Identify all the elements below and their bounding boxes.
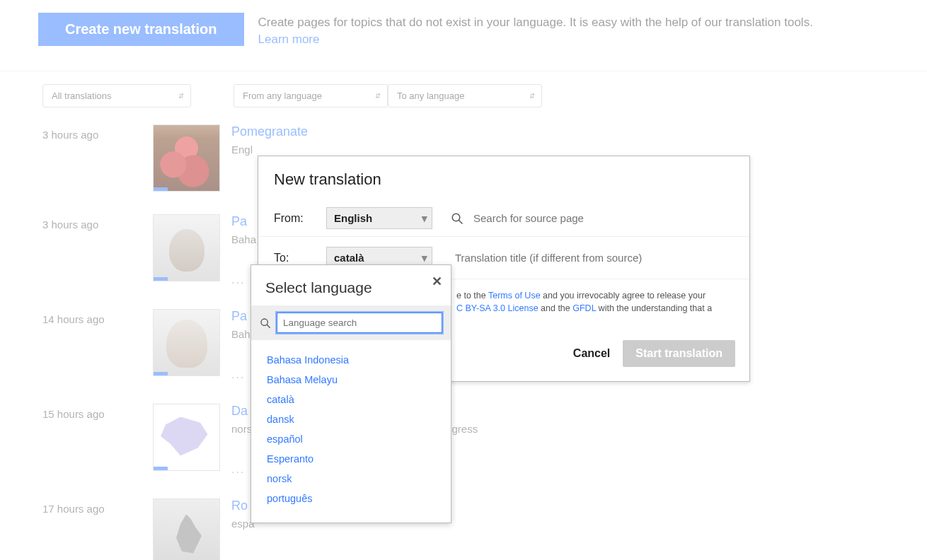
- item-time: 3 hours ago: [42, 124, 142, 192]
- cancel-button[interactable]: Cancel: [573, 347, 610, 360]
- from-language-select[interactable]: English ▾: [326, 207, 432, 229]
- status-filter[interactable]: All translations: [42, 84, 191, 107]
- create-translation-button[interactable]: Create new translation: [38, 13, 244, 46]
- svg-point-2: [261, 319, 267, 325]
- svg-point-0: [452, 214, 460, 221]
- to-lang-filter[interactable]: To any language: [388, 84, 542, 107]
- item-subtitle: Engl: [231, 144, 308, 156]
- language-option[interactable]: Bahasa Indonesia: [267, 350, 435, 370]
- item-title[interactable]: Pomegranate: [231, 124, 308, 139]
- list-item[interactable]: 15 hours ago Da norsogress ...: [42, 399, 885, 494]
- to-label: To:: [274, 252, 316, 264]
- language-option[interactable]: dansk: [267, 409, 435, 429]
- language-option[interactable]: Bahasa Melayu: [267, 370, 435, 390]
- panel-title: Select language: [265, 278, 437, 297]
- gfdl-link[interactable]: GFDL: [572, 303, 596, 313]
- close-icon[interactable]: ✕: [432, 274, 442, 289]
- item-time: 17 hours ago: [42, 498, 142, 560]
- filter-bar: All translations ⇵ From any language ⇵ T…: [0, 71, 927, 120]
- language-option[interactable]: català: [267, 390, 435, 409]
- item-time: 3 hours ago: [42, 214, 142, 286]
- language-option[interactable]: norsk: [267, 469, 435, 489]
- item-subtitle: Baha: [231, 233, 256, 245]
- terms-link[interactable]: Terms of Use: [488, 291, 541, 301]
- search-icon: [260, 317, 271, 329]
- item-time: 15 hours ago: [42, 404, 142, 476]
- from-label: From:: [274, 212, 316, 225]
- chevron-down-icon: ▾: [422, 252, 427, 264]
- language-search-input[interactable]: [277, 313, 442, 333]
- cc-link[interactable]: C BY-SA 3.0 License: [456, 303, 539, 313]
- header-blurb: Create pages for topics that do not exis…: [258, 13, 813, 48]
- language-option[interactable]: español: [267, 429, 435, 449]
- translation-title-input[interactable]: [455, 252, 734, 264]
- svg-line-1: [459, 220, 462, 223]
- language-option[interactable]: Esperanto: [267, 449, 435, 469]
- language-option[interactable]: português: [267, 489, 435, 508]
- item-time: 14 hours ago: [42, 309, 142, 381]
- learn-more-link[interactable]: Learn more: [258, 33, 320, 46]
- from-lang-filter[interactable]: From any language: [234, 84, 388, 107]
- language-options: Bahasa Indonesia Bahasa Melayu català da…: [251, 340, 451, 523]
- thumbnail: [153, 124, 220, 192]
- item-title[interactable]: Pa: [231, 214, 256, 229]
- select-language-panel: Select language ✕ Bahasa Indonesia Bahas…: [251, 264, 451, 523]
- start-translation-button[interactable]: Start translation: [623, 340, 735, 367]
- chevron-down-icon: ▾: [422, 212, 427, 225]
- search-icon: [451, 212, 464, 225]
- svg-line-3: [267, 325, 270, 328]
- list-item[interactable]: 17 hours ago Ro espa: [42, 494, 885, 560]
- source-page-input[interactable]: [473, 212, 734, 224]
- dialog-title: New translation: [258, 156, 749, 200]
- thumbnail: [153, 498, 220, 560]
- thumbnail: [153, 214, 220, 281]
- thumbnail: [153, 404, 220, 471]
- thumbnail: [153, 309, 220, 376]
